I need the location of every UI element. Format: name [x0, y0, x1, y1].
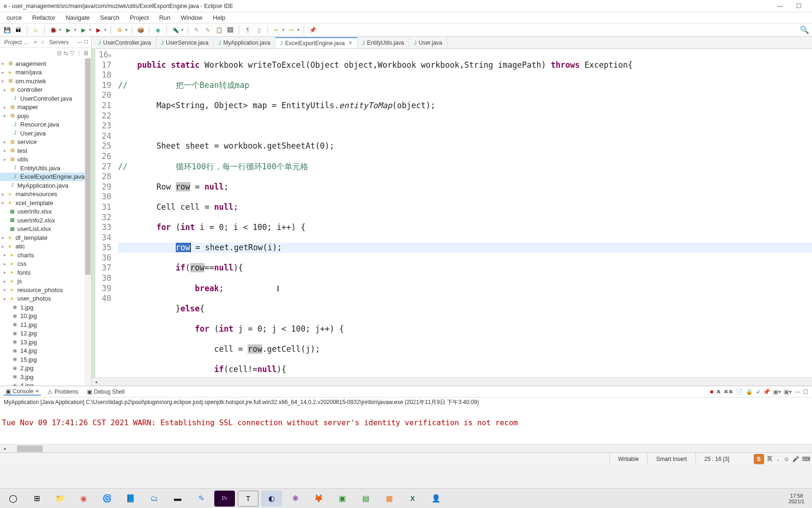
- new-server-icon[interactable]: ⚙: [115, 26, 124, 34]
- pin-icon[interactable]: 📌: [308, 26, 317, 34]
- pilcrow-icon[interactable]: ¶: [243, 26, 252, 34]
- tree-item[interactable]: JUserController.java: [0, 94, 91, 103]
- box2-icon[interactable]: 🅰: [226, 26, 234, 34]
- wordwrap-icon[interactable]: ↲: [756, 389, 760, 395]
- minimize-view-icon[interactable]: —: [77, 39, 82, 45]
- task-explorer[interactable]: 📁: [50, 491, 70, 507]
- run-icon[interactable]: ▶: [64, 26, 72, 34]
- tree-item[interactable]: ▸⊞mapper: [0, 103, 91, 112]
- search-icon[interactable]: 🔦: [171, 26, 180, 34]
- tree-scrollbar-thumb[interactable]: [85, 58, 91, 275]
- task-gear[interactable]: ❋: [285, 491, 305, 507]
- min-icon[interactable]: —: [795, 389, 800, 395]
- wand2-icon[interactable]: ✎: [203, 26, 212, 34]
- taskbar[interactable]: ◯ ⊞ 📁 ◉ 🌀 📘 🗂 ▬ ✎ Pr T ◐ ❋ 🦊 ▣ ▤ ▦ X 👤 1…: [0, 488, 812, 508]
- tree-item[interactable]: JEntityUtils.java: [0, 164, 91, 173]
- editor-tab[interactable]: JEntityUtils.java: [358, 37, 409, 48]
- tree-item[interactable]: ▸▸resource_photos: [0, 286, 91, 294]
- remove-icon[interactable]: ✖: [716, 389, 721, 395]
- debug-icon[interactable]: 🐞: [49, 26, 57, 34]
- task-chrome[interactable]: ◉: [73, 491, 94, 507]
- tree-item[interactable]: JMyApplication.java: [0, 181, 91, 190]
- open-console-icon[interactable]: ▣▾: [784, 389, 792, 395]
- task-typora[interactable]: T: [238, 491, 258, 507]
- scrolllock-icon[interactable]: 🔒: [746, 389, 753, 395]
- task-people[interactable]: 👤: [426, 491, 446, 507]
- tree-item[interactable]: ▸▸main/resources: [0, 190, 91, 199]
- task-premiere[interactable]: Pr: [214, 491, 235, 507]
- forward-icon[interactable]: ⇨: [287, 26, 296, 34]
- viewmenu-icon[interactable]: ⋮: [76, 50, 82, 56]
- line-gutter[interactable]: 16⊖1718192021222324252627282930313233343…: [95, 49, 115, 377]
- menu-help[interactable]: Help: [208, 13, 230, 22]
- tree-item[interactable]: ▸⊞pojo: [0, 111, 91, 120]
- tree-item[interactable]: ▦userList.xlsx: [0, 225, 91, 234]
- minimize-button[interactable]: —: [771, 0, 789, 12]
- maximize-view-icon[interactable]: ☐: [84, 39, 88, 45]
- tree-item[interactable]: ▸⊞utils: [0, 155, 91, 164]
- editor-hscroll[interactable]: ◂: [92, 377, 812, 386]
- tree-item[interactable]: ◉2.jpg: [0, 364, 91, 373]
- tree-item[interactable]: ▸▸css: [0, 260, 91, 269]
- link-editor-icon[interactable]: ⇆: [63, 50, 68, 56]
- save-icon[interactable]: 💾: [3, 26, 11, 34]
- tree-item[interactable]: JUser.java: [0, 129, 91, 138]
- removeall-icon[interactable]: ✖✖: [724, 389, 733, 395]
- ime-lang[interactable]: 英: [767, 455, 773, 463]
- tree-item[interactable]: ▸▸main/java: [0, 68, 91, 77]
- tree-item[interactable]: ▦userInfo.xlsx: [0, 207, 91, 216]
- tree-item[interactable]: ◉15.jpg: [0, 355, 91, 364]
- menu-run[interactable]: Run: [155, 13, 175, 22]
- tree-item[interactable]: ▸⊞controller: [0, 86, 91, 95]
- task-edge[interactable]: 🌀: [97, 491, 117, 507]
- tree-item[interactable]: ▸▸fonts: [0, 268, 91, 277]
- task-green1[interactable]: ▣: [332, 491, 352, 507]
- box-icon[interactable]: 📋: [215, 26, 223, 34]
- taskbar-clock[interactable]: 17:58 2021/1: [784, 493, 809, 504]
- editor-tab[interactable]: JUserService.java: [156, 37, 214, 48]
- ext-tools-icon[interactable]: ▶: [94, 26, 102, 34]
- menu-window[interactable]: Window: [176, 13, 207, 22]
- tree-item[interactable]: JExcelExportEngine.java: [0, 173, 91, 182]
- ime-mic-icon[interactable]: 🎤: [792, 456, 799, 462]
- console-hscroll-thumb[interactable]: [17, 445, 43, 452]
- coverage-icon[interactable]: ▶: [79, 26, 87, 34]
- menu-navigate[interactable]: Navigate: [61, 13, 94, 22]
- task-green2[interactable]: ▤: [355, 491, 376, 507]
- editor-tab[interactable]: JUserController.java: [94, 37, 156, 48]
- save-all-icon[interactable]: 🖬: [14, 26, 23, 34]
- tab-debugshell[interactable]: ▣ Debug Shell: [85, 389, 126, 395]
- editor-tab[interactable]: JExcelExportEngine.java✕: [275, 37, 357, 48]
- task-excel[interactable]: X: [402, 491, 423, 507]
- menu-search[interactable]: Search: [95, 13, 124, 22]
- blockselect-icon[interactable]: ▯: [255, 26, 263, 34]
- menu-refactor[interactable]: Refactor: [28, 13, 60, 22]
- menu-source[interactable]: ource: [2, 13, 27, 22]
- close-icon[interactable]: ✕: [33, 40, 37, 45]
- tree-item[interactable]: ▸▸xcel_template: [0, 198, 91, 207]
- close-panel-icon[interactable]: ⊞: [84, 50, 88, 56]
- tree-item[interactable]: ▸⊞service: [0, 138, 91, 147]
- ime-emoji-icon[interactable]: ☺: [784, 456, 789, 462]
- terminate-icon[interactable]: ■: [710, 389, 713, 395]
- fold-strip[interactable]: [92, 49, 95, 377]
- task-timeline[interactable]: ⊞: [26, 491, 47, 507]
- tree-item[interactable]: ◉4.jpg: [0, 381, 91, 386]
- pin-console-icon[interactable]: 📌: [763, 389, 770, 395]
- task-app1[interactable]: 📘: [120, 491, 141, 507]
- ime-kbd-icon[interactable]: ⌨: [802, 456, 810, 462]
- skip-icon[interactable]: ⦸: [31, 26, 40, 34]
- tree-item[interactable]: ◉13.jpg: [0, 338, 91, 347]
- task-eclipse[interactable]: ◐: [261, 491, 282, 507]
- task-pen[interactable]: ✎: [191, 491, 211, 507]
- max-icon[interactable]: ☐: [803, 389, 808, 395]
- tree-item[interactable]: ▸⊞test: [0, 146, 91, 155]
- console-hscroll[interactable]: ◂: [0, 444, 812, 452]
- ime-punct-icon[interactable]: ，: [775, 455, 781, 463]
- code-editor[interactable]: 16⊖1718192021222324252627282930313233343…: [92, 49, 812, 377]
- editor-tab[interactable]: JMyApplication.java: [214, 37, 276, 48]
- tab-servers[interactable]: Servers: [48, 38, 70, 47]
- menu-project[interactable]: Project: [125, 13, 153, 22]
- tab-console[interactable]: ▣ Console ✕: [4, 388, 41, 396]
- tree-item[interactable]: ◉1.jpg: [0, 303, 91, 312]
